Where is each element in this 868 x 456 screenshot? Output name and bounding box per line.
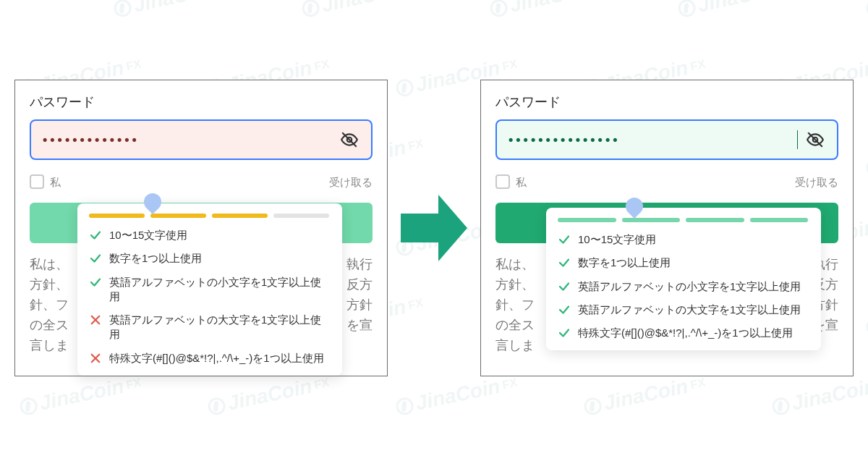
text-caret: [797, 130, 799, 149]
strength-meter: [558, 218, 808, 222]
consent-text-right: 受け取る: [795, 174, 838, 190]
panel-before: パスワード ••••••••••••• 私 受け取る 私は、執行方針、反方針、フ…: [14, 80, 388, 376]
consent-row: 私 受け取る: [495, 174, 838, 190]
password-rule: 特殊文字(#[]()@$&*!?|,.^/\+_-)を1つ以上使用: [558, 326, 808, 340]
password-rule: 特殊文字(#[]()@$&*!?|,.^/\+_-)を1つ以上使用: [89, 351, 329, 366]
password-input[interactable]: •••••••••••••••: [495, 119, 838, 160]
password-requirements-tooltip: 10〜15文字使用数字を1つ以上使用英語アルファベットの小文字を1文字以上使用英…: [546, 208, 821, 350]
consent-checkbox[interactable]: [495, 174, 510, 189]
password-rule: 英語アルファベットの小文字を1文字以上使用: [558, 279, 808, 294]
password-rule: 10〜15文字使用: [558, 232, 808, 247]
password-rule: 数字を1つ以上使用: [89, 251, 329, 266]
password-rules: 10〜15文字使用数字を1つ以上使用英語アルファベットの小文字を1文字以上使用英…: [89, 228, 329, 366]
password-label: パスワード: [30, 93, 373, 111]
password-rule: 数字を1つ以上使用: [558, 256, 808, 270]
password-rule: 英語アルファベットの大文字を1文字以上使用: [558, 303, 808, 317]
toggle-visibility-icon[interactable]: [339, 130, 359, 150]
consent-text-right: 受け取る: [329, 174, 373, 190]
password-rule: 英語アルファベットの大文字を1文字以上使用: [89, 313, 329, 342]
password-requirements-tooltip: 10〜15文字使用数字を1つ以上使用英語アルファベットの小文字を1文字以上使用英…: [77, 203, 342, 376]
password-value: •••••••••••••••: [509, 132, 794, 148]
consent-checkbox[interactable]: [30, 174, 44, 189]
password-label: パスワード: [495, 93, 838, 111]
stage: パスワード ••••••••••••• 私 受け取る 私は、執行方針、反方針、フ…: [0, 0, 868, 456]
password-rules: 10〜15文字使用数字を1つ以上使用英語アルファベットの小文字を1文字以上使用英…: [558, 232, 808, 340]
consent-row: 私 受け取る: [30, 174, 373, 190]
password-value: •••••••••••••: [43, 132, 332, 148]
password-input[interactable]: •••••••••••••: [30, 119, 373, 160]
consent-text-left: 私: [50, 174, 61, 190]
strength-meter: [89, 214, 329, 218]
tooltip-arrow: [140, 190, 165, 214]
password-rule: 英語アルファベットの小文字を1文字以上使用: [89, 275, 329, 305]
tooltip-arrow: [622, 194, 647, 219]
panel-after: パスワード ••••••••••••••• 私 受け取る 私は、執行方針、反方針…: [480, 80, 854, 376]
consent-text-left: 私: [516, 174, 527, 190]
toggle-visibility-icon[interactable]: [805, 130, 825, 150]
arrow-icon: [401, 195, 467, 261]
password-rule: 10〜15文字使用: [89, 228, 329, 242]
